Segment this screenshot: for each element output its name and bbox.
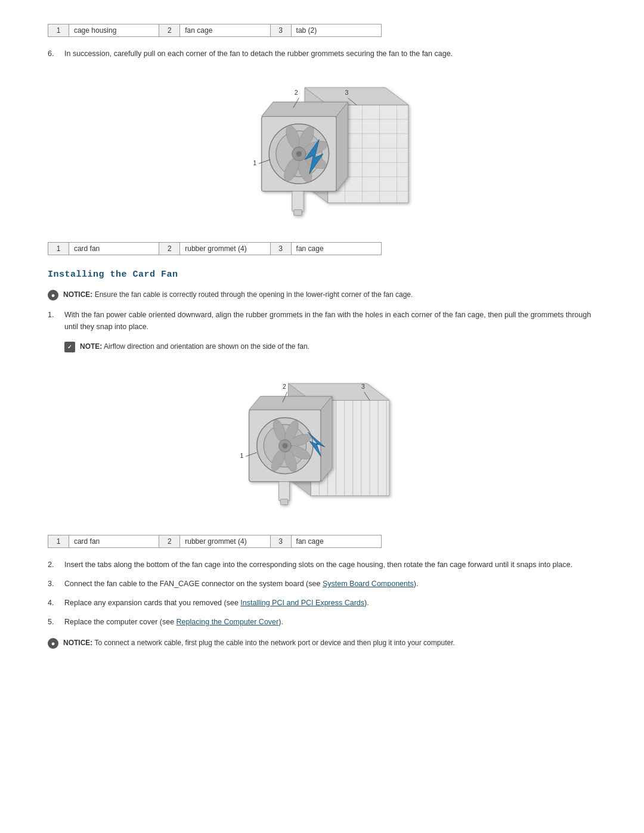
svg-point-57 xyxy=(282,443,287,448)
mid-col3-num: 3 xyxy=(270,243,291,255)
computer-cover-link[interactable]: Replacing the Computer Cover xyxy=(177,618,279,626)
step-1: 1. With the fan power cable oriented dow… xyxy=(48,309,596,333)
step-3-text: Connect the fan cable to the FAN_CAGE co… xyxy=(64,578,596,590)
step-2-text: Insert the tabs along the bottom of the … xyxy=(64,559,596,571)
label-1: 1 xyxy=(253,159,256,166)
svg-marker-47 xyxy=(321,397,332,482)
bot-col3-label: fan cage xyxy=(291,535,381,548)
svg-rect-28 xyxy=(294,210,302,216)
label-3b: 3 xyxy=(361,383,365,390)
svg-rect-58 xyxy=(279,482,290,501)
fan-diagram-1: 1 2 3 xyxy=(48,70,596,237)
note-1: ✓ NOTE: Airflow direction and orientatio… xyxy=(64,341,596,352)
mid-parts-table: 1 card fan 2 rubber grommet (4) 3 fan ca… xyxy=(48,242,382,255)
bot-col2-label: rubber grommet (4) xyxy=(180,535,270,548)
bot-col1-num: 1 xyxy=(48,535,69,548)
fan-svg-1: 1 2 3 xyxy=(227,70,417,237)
step-4-text: Replace any expansion cards that you rem… xyxy=(64,597,596,609)
svg-rect-59 xyxy=(280,499,287,504)
label-2b: 2 xyxy=(283,383,286,390)
step-1-text: With the fan power cable oriented downwa… xyxy=(64,309,596,333)
mid-col2-label: rubber grommet (4) xyxy=(180,243,270,255)
step-2-number: 2. xyxy=(48,559,64,571)
fan-diagram-2: 1 2 3 xyxy=(48,363,596,530)
fan-svg-2: 1 2 3 xyxy=(227,363,417,530)
step-5-text: Replace the computer cover (see Replacin… xyxy=(64,616,596,628)
step-5-number: 5. xyxy=(48,616,64,628)
step-6-text: In succession, carefully pull on each co… xyxy=(64,48,596,60)
step-4: 4. Replace any expansion cards that you … xyxy=(48,597,596,609)
pci-cards-link[interactable]: Installing PCI and PCI Express Cards xyxy=(240,599,364,607)
col3-label: tab (2) xyxy=(291,24,381,37)
step-3-number: 3. xyxy=(48,578,64,590)
col1-label: cage housing xyxy=(69,24,159,37)
section-heading: Installing the Card Fan xyxy=(48,270,596,280)
note-icon-1: ✓ xyxy=(64,342,75,352)
col2-num: 2 xyxy=(159,24,180,37)
notice-1-text: NOTICE: Ensure the fan cable is correctl… xyxy=(63,289,413,300)
note-1-text: NOTE: Airflow direction and orientation … xyxy=(80,341,309,352)
note-1-block: ✓ NOTE: Airflow direction and orientatio… xyxy=(64,341,596,352)
label-3: 3 xyxy=(345,89,349,96)
step-2: 2. Insert the tabs along the bottom of t… xyxy=(48,559,596,571)
col3-num: 3 xyxy=(270,24,291,37)
step-3: 3. Connect the fan cable to the FAN_CAGE… xyxy=(48,578,596,590)
bot-col1-label: card fan xyxy=(69,535,159,548)
label-1b: 1 xyxy=(240,453,244,459)
col1-num: 1 xyxy=(48,24,69,37)
step-6-number: 6. xyxy=(48,48,64,60)
system-board-link[interactable]: System Board Components xyxy=(323,580,414,588)
mid-col2-num: 2 xyxy=(159,243,180,255)
notice-2-text: NOTICE: To connect a network cable, firs… xyxy=(63,637,455,648)
mid-col1-label: card fan xyxy=(69,243,159,255)
notice-icon-1: ● xyxy=(48,290,58,301)
step-5: 5. Replace the computer cover (see Repla… xyxy=(48,616,596,628)
step-4-number: 4. xyxy=(48,597,64,609)
bot-col3-num: 3 xyxy=(270,535,291,548)
svg-marker-46 xyxy=(249,397,332,410)
svg-point-26 xyxy=(296,151,302,157)
bottom-parts-table: 1 card fan 2 rubber grommet (4) 3 fan ca… xyxy=(48,535,382,548)
col2-label: fan cage xyxy=(180,24,270,37)
step-6: 6. In succession, carefully pull on each… xyxy=(48,48,596,60)
step-1-number: 1. xyxy=(48,309,64,321)
label-2: 2 xyxy=(295,89,298,96)
svg-marker-16 xyxy=(336,102,348,191)
notice-1: ● NOTICE: Ensure the fan cable is correc… xyxy=(48,289,596,301)
bot-col2-num: 2 xyxy=(159,535,180,548)
mid-col1-num: 1 xyxy=(48,243,69,255)
svg-marker-15 xyxy=(262,102,348,116)
notice-icon-2: ● xyxy=(48,638,58,649)
svg-rect-27 xyxy=(292,191,304,212)
top-parts-table: 1 cage housing 2 fan cage 3 tab (2) xyxy=(48,24,382,37)
mid-col3-label: fan cage xyxy=(291,243,381,255)
notice-2: ● NOTICE: To connect a network cable, fi… xyxy=(48,637,596,649)
